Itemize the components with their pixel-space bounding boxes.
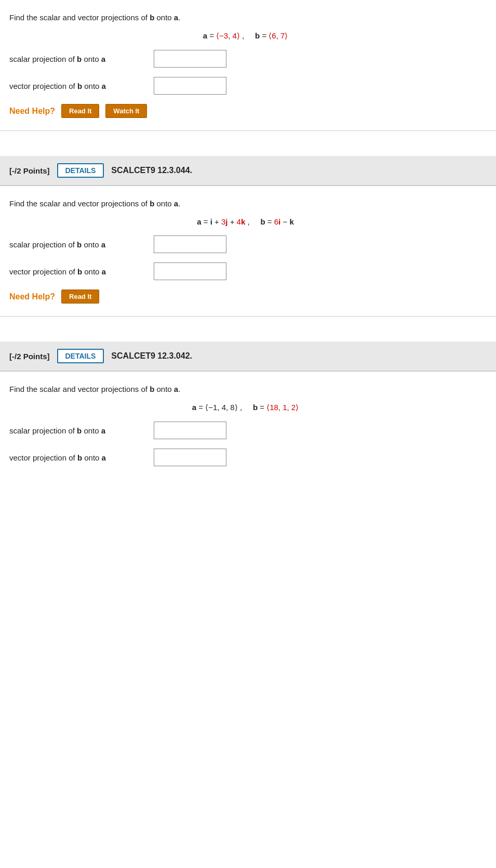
comma-1: , [242, 31, 253, 40]
b-label-3: b [150, 385, 154, 393]
a-plus1-2: + [215, 217, 221, 226]
comma-2: , [247, 217, 258, 226]
gap-1 [0, 131, 496, 148]
gap-2b [0, 333, 496, 341]
scalar-label-3: scalar projection of b onto a [9, 426, 144, 435]
b-var-1: b [255, 31, 260, 40]
problem-id-2: SCALCET9 12.3.044. [111, 166, 192, 175]
points-label-3: [-/2 Points] [9, 352, 50, 361]
vector-equation-2: a = i + 3j + 4k , b = 6i − k [9, 217, 481, 226]
section-header-3: [-/2 Points] DETAILS SCALCET9 12.3.042. [0, 341, 496, 371]
a-k-2: k [241, 217, 245, 226]
b-i-2: i [278, 217, 280, 226]
a-val-1: ⟨−3, 4⟩ [216, 31, 240, 40]
points-label-2: [-/2 Points] [9, 166, 50, 175]
scalar-input-3[interactable] [154, 422, 226, 439]
a-eq-1: = [209, 31, 216, 40]
need-help-row-1: Need Help? Read It Watch It [9, 104, 481, 118]
b-var-3: b [253, 403, 258, 412]
need-help-row-2: Need Help? Read It [9, 290, 481, 304]
a-plus2-2: + [230, 217, 237, 226]
scalar-input-2[interactable] [154, 235, 226, 253]
vector-row-3: vector projection of b onto a [9, 449, 481, 466]
b-minus-2: − [283, 217, 289, 226]
vector-label-3: vector projection of b onto a [9, 453, 144, 462]
section-2: Find the scalar and vector projections o… [0, 186, 496, 316]
section-1: Find the scalar and vector projections o… [0, 0, 496, 130]
b-6-2: 6 [274, 217, 278, 226]
vector-equation-1: a = ⟨−3, 4⟩ , b = ⟨6, 7⟩ [9, 31, 481, 41]
b-var-2: b [260, 217, 265, 226]
scalar-label-1: scalar projection of b onto a [9, 55, 144, 63]
a-eq-3: = [198, 403, 205, 412]
a-var-1: a [203, 31, 207, 40]
vector-equation-3: a = ⟨−1, 4, 8⟩ , b = ⟨18, 1, 2⟩ [9, 403, 481, 412]
read-it-button-2[interactable]: Read It [61, 290, 99, 304]
b-label-1: b [150, 13, 154, 22]
a-val-3: ⟨−1, 4, 8⟩ [205, 403, 237, 412]
b-val-3: ⟨18, 1, 2⟩ [266, 403, 299, 412]
read-it-button-1[interactable]: Read It [61, 104, 99, 118]
vector-label-2: vector projection of b onto a [9, 267, 144, 276]
scalar-input-1[interactable] [154, 50, 226, 68]
need-help-label-2: Need Help? [9, 292, 55, 301]
vector-input-2[interactable] [154, 262, 226, 280]
a-label-3: a [174, 385, 178, 393]
problem-intro-2: Find the scalar and vector projections o… [9, 198, 481, 210]
vector-input-1[interactable] [154, 77, 226, 95]
b-label-2: b [150, 199, 154, 208]
section-header-2: [-/2 Points] DETAILS SCALCET9 12.3.044. [0, 156, 496, 186]
problem-intro-3: Find the scalar and vector projections o… [9, 383, 481, 396]
watch-it-button-1[interactable]: Watch It [105, 104, 147, 118]
b-eq-3: = [260, 403, 266, 412]
scalar-row-1: scalar projection of b onto a [9, 50, 481, 68]
details-button-3[interactable]: DETAILS [57, 349, 104, 363]
a-var-2: a [197, 217, 201, 226]
a-j-2: j [225, 217, 227, 226]
b-k-2: k [289, 217, 293, 226]
problem-id-3: SCALCET9 12.3.042. [111, 351, 192, 361]
a-i-2: i [210, 217, 212, 226]
scalar-row-2: scalar projection of b onto a [9, 235, 481, 253]
a-label-2: a [174, 199, 178, 208]
gap-1b [0, 148, 496, 156]
scalar-label-2: scalar projection of b onto a [9, 240, 144, 249]
vector-input-3[interactable] [154, 449, 226, 466]
problem-intro-1: Find the scalar and vector projections o… [9, 11, 481, 24]
comma-3: , [240, 403, 251, 412]
details-button-2[interactable]: DETAILS [57, 163, 104, 178]
b-eq-1: = [262, 31, 269, 40]
a-label-1: a [174, 13, 178, 22]
a-eq-2: = [204, 217, 210, 226]
a-4-2: 4 [237, 217, 241, 226]
section-3: Find the scalar and vector projections o… [0, 372, 496, 485]
scalar-row-3: scalar projection of b onto a [9, 422, 481, 439]
vector-label-1: vector projection of b onto a [9, 82, 144, 90]
vector-row-2: vector projection of b onto a [9, 262, 481, 280]
gap-2 [0, 317, 496, 333]
vector-row-1: vector projection of b onto a [9, 77, 481, 95]
b-val-1: ⟨6, 7⟩ [269, 31, 288, 40]
b-eq-2: = [267, 217, 274, 226]
a-var-3: a [192, 403, 196, 412]
need-help-label-1: Need Help? [9, 107, 55, 116]
